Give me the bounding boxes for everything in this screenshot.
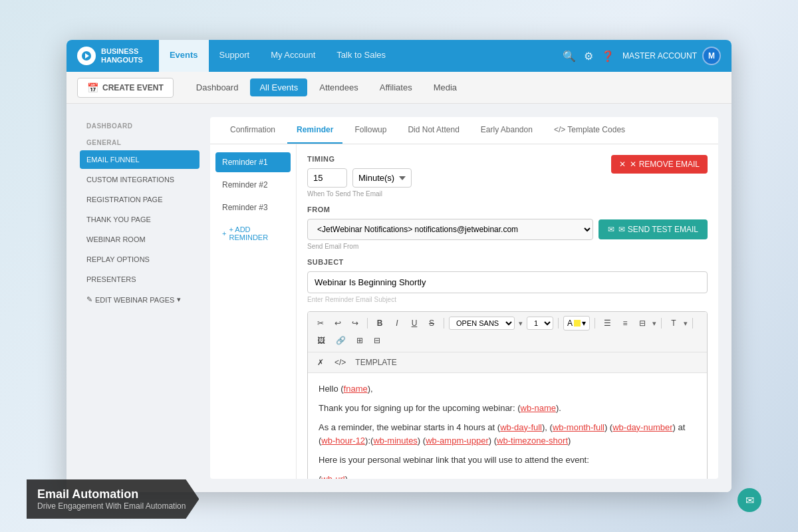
sub-tab-attendees[interactable]: Attendees bbox=[310, 78, 368, 96]
toolbar-align-btn[interactable]: ⊟ bbox=[635, 316, 650, 331]
sub-tab-allevents[interactable]: All Events bbox=[250, 78, 307, 96]
sidebar-item-email-funnel[interactable]: EMAIL FUNNEL bbox=[80, 150, 200, 169]
nav-tab-support[interactable]: Support bbox=[209, 40, 261, 72]
wb-url-tag: wb-url bbox=[321, 474, 344, 479]
tab-reminder[interactable]: Reminder bbox=[287, 117, 342, 144]
reminder-item-1[interactable]: Reminder #1 bbox=[215, 152, 291, 172]
toolbar-redo-btn[interactable]: ↪ bbox=[348, 316, 362, 331]
remove-email-button[interactable]: ✕ ✕ REMOVE EMAIL bbox=[611, 155, 708, 174]
tab-confirmation[interactable]: Confirmation bbox=[221, 117, 285, 144]
sidebar-item-presenters[interactable]: PRESENTERS bbox=[80, 270, 200, 289]
separator-4 bbox=[595, 318, 595, 329]
toolbar-bold-btn[interactable]: B bbox=[372, 316, 387, 331]
tab-template-codes[interactable]: </> Template Codes bbox=[545, 117, 634, 144]
wb-minutes-tag: wb-minutes bbox=[373, 436, 417, 446]
sidebar-item-thank-you-page[interactable]: THANK YOU PAGE bbox=[80, 210, 200, 229]
nav-tab-talktosales[interactable]: Talk to Sales bbox=[326, 40, 396, 72]
wb-hour-tag: wb-hour-12 bbox=[321, 436, 365, 446]
toolbar-list-ordered-btn[interactable]: ≡ bbox=[618, 316, 632, 331]
toolbar-scissors-btn[interactable]: ✂ bbox=[313, 316, 328, 331]
separator-5 bbox=[661, 318, 662, 329]
envelope-icon: ✉ bbox=[608, 225, 614, 234]
search-icon[interactable]: 🔍 bbox=[563, 50, 576, 63]
sub-tab-dashboard[interactable]: Dashboard bbox=[187, 78, 248, 96]
subject-input[interactable] bbox=[307, 271, 708, 293]
bottom-label-subtitle: Drive Engagement With Email Automation bbox=[37, 501, 186, 511]
help-icon[interactable]: ❓ bbox=[601, 50, 614, 63]
sub-tab-media[interactable]: Media bbox=[424, 78, 466, 96]
edit-icon: ✎ bbox=[86, 295, 92, 304]
master-account: MASTER ACCOUNT M bbox=[622, 47, 721, 65]
toolbar-table-btn[interactable]: ⊞ bbox=[352, 333, 367, 348]
editor-line-5: (wb-url) bbox=[319, 473, 696, 479]
fname-tag: fname bbox=[344, 384, 368, 394]
sub-tabs: Dashboard All Events Attendees Affiliate… bbox=[187, 78, 466, 96]
subject-hint: Enter Reminder Email Subject bbox=[307, 296, 708, 303]
reminder-item-3[interactable]: Reminder #3 bbox=[215, 198, 291, 217]
toolbar-font-select[interactable]: OPEN SANS bbox=[449, 317, 515, 330]
template-label: TEMPLATE bbox=[352, 358, 399, 367]
create-event-button[interactable]: 📅 CREATE EVENT bbox=[77, 78, 174, 98]
toolbar-text-btn[interactable]: T bbox=[666, 316, 681, 331]
gear-icon[interactable]: ⚙ bbox=[584, 50, 593, 63]
toolbar-html-btn[interactable]: </> bbox=[331, 355, 350, 370]
toolbar-list2-btn[interactable]: ⊟ bbox=[370, 333, 384, 348]
bottom-label-title: Email Automation bbox=[37, 487, 186, 501]
font-dropdown-icon: ▾ bbox=[519, 319, 523, 328]
timing-unit-select[interactable]: Minute(s) Hour(s) Day(s) bbox=[352, 168, 412, 188]
logo: BUSINESS HANGOUTS bbox=[77, 47, 143, 65]
toolbar-strikethrough-btn[interactable]: S bbox=[424, 316, 439, 331]
toolbar-link-btn[interactable]: 🔗 bbox=[332, 333, 350, 348]
editor-toolbar-row2: ✗ </> TEMPLATE bbox=[308, 352, 707, 373]
sidebar-item-webinar-room[interactable]: WEBINAR ROOM bbox=[80, 230, 200, 249]
bottom-label: Email Automation Drive Engagement With E… bbox=[27, 479, 199, 519]
wb-day-number-tag: wb-day-number bbox=[612, 422, 672, 432]
nav-tabs: Events Support My Account Talk to Sales bbox=[159, 40, 396, 72]
editor-toolbar-row1: ✂ ↩ ↪ B I U S OPEN SANS ▾ bbox=[308, 312, 707, 352]
tab-early-abandon[interactable]: Early Abandon bbox=[471, 117, 542, 144]
email-tabs: Confirmation Reminder Followup Did Not A… bbox=[210, 117, 718, 144]
toolbar-color-button[interactable]: A ▾ bbox=[563, 316, 590, 331]
chat-icon: ✉ bbox=[745, 494, 754, 507]
reminder-list: Reminder #1 Reminder #2 Reminder #3 + + … bbox=[210, 144, 297, 479]
nav-tab-events[interactable]: Events bbox=[159, 40, 209, 72]
sub-tab-affiliates[interactable]: Affiliates bbox=[370, 78, 422, 96]
separator-2 bbox=[444, 318, 444, 329]
font-color-icon: A bbox=[567, 319, 573, 328]
editor-line-3: As a reminder, the webinar starts in 4 h… bbox=[319, 421, 696, 449]
sidebar-item-registration-page[interactable]: REGISTRATION PAGE bbox=[80, 190, 200, 209]
text-dropdown-icon: ▾ bbox=[684, 319, 688, 328]
tab-did-not-attend[interactable]: Did Not Attend bbox=[398, 117, 468, 144]
nav-tab-myaccount[interactable]: My Account bbox=[260, 40, 326, 72]
calendar-icon: 📅 bbox=[87, 82, 98, 93]
add-reminder-button[interactable]: + + ADD REMINDER bbox=[215, 220, 291, 247]
avatar: M bbox=[702, 47, 721, 65]
editor-line-2: Thank you for signing up for the upcomin… bbox=[319, 402, 696, 416]
sidebar-item-replay-options[interactable]: REPLAY OPTIONS bbox=[80, 250, 200, 269]
tab-followup[interactable]: Followup bbox=[345, 117, 396, 144]
from-row: <JetWebinar Notifications> notifications… bbox=[307, 219, 708, 240]
toolbar-code-btn[interactable]: ✗ bbox=[313, 355, 328, 370]
from-select[interactable]: <JetWebinar Notifications> notifications… bbox=[307, 219, 593, 240]
nav-right: 🔍 ⚙ ❓ MASTER ACCOUNT M bbox=[563, 47, 721, 65]
sidebar-section-general: GENERAL bbox=[80, 134, 200, 149]
toolbar-italic-btn[interactable]: I bbox=[390, 316, 404, 331]
x-icon: ✕ bbox=[619, 160, 626, 169]
toolbar-undo-btn[interactable]: ↩ bbox=[331, 316, 345, 331]
toolbar-underline-btn[interactable]: U bbox=[407, 316, 422, 331]
from-section-title: FROM bbox=[307, 205, 708, 213]
sidebar: DASHBOARD GENERAL EMAIL FUNNEL CUSTOM IN… bbox=[80, 117, 200, 479]
toolbar-list-unordered-btn[interactable]: ☰ bbox=[600, 316, 615, 331]
chevron-down-icon: ▾ bbox=[177, 295, 181, 304]
email-content: Reminder #1 Reminder #2 Reminder #3 + + … bbox=[210, 144, 718, 479]
editor-body[interactable]: Hello (fname), Thank you for signing up … bbox=[308, 373, 707, 479]
sidebar-item-custom-integrations[interactable]: CUSTOM INTEGRATIONS bbox=[80, 170, 200, 189]
timing-value-input[interactable] bbox=[307, 168, 347, 188]
chat-button[interactable]: ✉ bbox=[737, 488, 761, 512]
toolbar-size-select[interactable]: 13 bbox=[527, 317, 553, 330]
edit-webinar-pages[interactable]: ✎ EDIT WEBINAR PAGES ▾ bbox=[80, 290, 200, 309]
send-test-email-button[interactable]: ✉ ✉ SEND TEST EMAIL bbox=[598, 219, 708, 239]
wb-name-tag: wb-name bbox=[521, 403, 556, 413]
reminder-item-2[interactable]: Reminder #2 bbox=[215, 175, 291, 195]
toolbar-image-btn[interactable]: 🖼 bbox=[313, 333, 329, 348]
